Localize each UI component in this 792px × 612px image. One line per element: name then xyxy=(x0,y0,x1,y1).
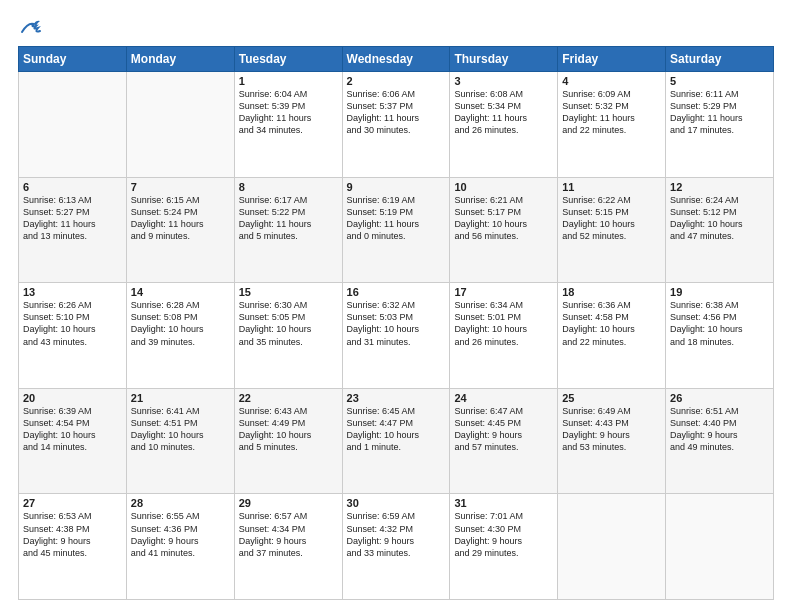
day-info: Sunrise: 6:57 AM Sunset: 4:34 PM Dayligh… xyxy=(239,510,338,559)
day-info: Sunrise: 6:32 AM Sunset: 5:03 PM Dayligh… xyxy=(347,299,446,348)
calendar-cell: 3Sunrise: 6:08 AM Sunset: 5:34 PM Daylig… xyxy=(450,72,558,178)
day-info: Sunrise: 6:49 AM Sunset: 4:43 PM Dayligh… xyxy=(562,405,661,454)
calendar-cell: 23Sunrise: 6:45 AM Sunset: 4:47 PM Dayli… xyxy=(342,388,450,494)
calendar-cell: 4Sunrise: 6:09 AM Sunset: 5:32 PM Daylig… xyxy=(558,72,666,178)
calendar-cell: 31Sunrise: 7:01 AM Sunset: 4:30 PM Dayli… xyxy=(450,494,558,600)
day-info: Sunrise: 6:04 AM Sunset: 5:39 PM Dayligh… xyxy=(239,88,338,137)
day-info: Sunrise: 6:51 AM Sunset: 4:40 PM Dayligh… xyxy=(670,405,769,454)
day-info: Sunrise: 6:59 AM Sunset: 4:32 PM Dayligh… xyxy=(347,510,446,559)
day-number: 8 xyxy=(239,181,338,193)
day-info: Sunrise: 6:15 AM Sunset: 5:24 PM Dayligh… xyxy=(131,194,230,243)
calendar-header-sunday: Sunday xyxy=(19,47,127,72)
day-info: Sunrise: 6:55 AM Sunset: 4:36 PM Dayligh… xyxy=(131,510,230,559)
day-number: 23 xyxy=(347,392,446,404)
calendar-table: SundayMondayTuesdayWednesdayThursdayFrid… xyxy=(18,46,774,600)
day-number: 18 xyxy=(562,286,661,298)
calendar-cell: 12Sunrise: 6:24 AM Sunset: 5:12 PM Dayli… xyxy=(666,177,774,283)
day-info: Sunrise: 6:26 AM Sunset: 5:10 PM Dayligh… xyxy=(23,299,122,348)
page: SundayMondayTuesdayWednesdayThursdayFrid… xyxy=(0,0,792,612)
calendar-cell: 29Sunrise: 6:57 AM Sunset: 4:34 PM Dayli… xyxy=(234,494,342,600)
day-number: 21 xyxy=(131,392,230,404)
calendar-cell xyxy=(19,72,127,178)
calendar-cell xyxy=(558,494,666,600)
day-number: 10 xyxy=(454,181,553,193)
day-number: 15 xyxy=(239,286,338,298)
day-number: 9 xyxy=(347,181,446,193)
day-number: 22 xyxy=(239,392,338,404)
day-number: 17 xyxy=(454,286,553,298)
day-number: 14 xyxy=(131,286,230,298)
day-number: 28 xyxy=(131,497,230,509)
day-info: Sunrise: 6:38 AM Sunset: 4:56 PM Dayligh… xyxy=(670,299,769,348)
day-number: 25 xyxy=(562,392,661,404)
calendar-cell: 8Sunrise: 6:17 AM Sunset: 5:22 PM Daylig… xyxy=(234,177,342,283)
day-info: Sunrise: 6:47 AM Sunset: 4:45 PM Dayligh… xyxy=(454,405,553,454)
day-info: Sunrise: 6:19 AM Sunset: 5:19 PM Dayligh… xyxy=(347,194,446,243)
calendar-cell: 22Sunrise: 6:43 AM Sunset: 4:49 PM Dayli… xyxy=(234,388,342,494)
day-number: 16 xyxy=(347,286,446,298)
logo xyxy=(18,18,42,36)
day-info: Sunrise: 6:41 AM Sunset: 4:51 PM Dayligh… xyxy=(131,405,230,454)
calendar-cell xyxy=(666,494,774,600)
day-info: Sunrise: 6:45 AM Sunset: 4:47 PM Dayligh… xyxy=(347,405,446,454)
day-number: 3 xyxy=(454,75,553,87)
calendar-header-thursday: Thursday xyxy=(450,47,558,72)
calendar-week-2: 6Sunrise: 6:13 AM Sunset: 5:27 PM Daylig… xyxy=(19,177,774,283)
day-number: 13 xyxy=(23,286,122,298)
calendar-cell: 28Sunrise: 6:55 AM Sunset: 4:36 PM Dayli… xyxy=(126,494,234,600)
calendar-cell: 11Sunrise: 6:22 AM Sunset: 5:15 PM Dayli… xyxy=(558,177,666,283)
day-info: Sunrise: 6:09 AM Sunset: 5:32 PM Dayligh… xyxy=(562,88,661,137)
day-number: 27 xyxy=(23,497,122,509)
day-info: Sunrise: 6:11 AM Sunset: 5:29 PM Dayligh… xyxy=(670,88,769,137)
day-info: Sunrise: 6:21 AM Sunset: 5:17 PM Dayligh… xyxy=(454,194,553,243)
calendar-header-monday: Monday xyxy=(126,47,234,72)
day-number: 1 xyxy=(239,75,338,87)
day-info: Sunrise: 6:53 AM Sunset: 4:38 PM Dayligh… xyxy=(23,510,122,559)
day-number: 11 xyxy=(562,181,661,193)
calendar-cell: 30Sunrise: 6:59 AM Sunset: 4:32 PM Dayli… xyxy=(342,494,450,600)
day-number: 2 xyxy=(347,75,446,87)
logo-bird-icon xyxy=(20,18,42,36)
calendar-cell: 20Sunrise: 6:39 AM Sunset: 4:54 PM Dayli… xyxy=(19,388,127,494)
day-number: 5 xyxy=(670,75,769,87)
day-info: Sunrise: 6:24 AM Sunset: 5:12 PM Dayligh… xyxy=(670,194,769,243)
calendar-cell: 18Sunrise: 6:36 AM Sunset: 4:58 PM Dayli… xyxy=(558,283,666,389)
calendar-week-4: 20Sunrise: 6:39 AM Sunset: 4:54 PM Dayli… xyxy=(19,388,774,494)
day-number: 30 xyxy=(347,497,446,509)
calendar-cell: 21Sunrise: 6:41 AM Sunset: 4:51 PM Dayli… xyxy=(126,388,234,494)
calendar-week-3: 13Sunrise: 6:26 AM Sunset: 5:10 PM Dayli… xyxy=(19,283,774,389)
calendar-header-row: SundayMondayTuesdayWednesdayThursdayFrid… xyxy=(19,47,774,72)
calendar-header-saturday: Saturday xyxy=(666,47,774,72)
day-info: Sunrise: 6:36 AM Sunset: 4:58 PM Dayligh… xyxy=(562,299,661,348)
calendar-header-friday: Friday xyxy=(558,47,666,72)
day-info: Sunrise: 6:34 AM Sunset: 5:01 PM Dayligh… xyxy=(454,299,553,348)
day-info: Sunrise: 6:13 AM Sunset: 5:27 PM Dayligh… xyxy=(23,194,122,243)
day-info: Sunrise: 6:06 AM Sunset: 5:37 PM Dayligh… xyxy=(347,88,446,137)
day-info: Sunrise: 6:39 AM Sunset: 4:54 PM Dayligh… xyxy=(23,405,122,454)
calendar-cell: 27Sunrise: 6:53 AM Sunset: 4:38 PM Dayli… xyxy=(19,494,127,600)
day-number: 19 xyxy=(670,286,769,298)
calendar-cell: 6Sunrise: 6:13 AM Sunset: 5:27 PM Daylig… xyxy=(19,177,127,283)
day-number: 6 xyxy=(23,181,122,193)
day-number: 12 xyxy=(670,181,769,193)
day-info: Sunrise: 6:28 AM Sunset: 5:08 PM Dayligh… xyxy=(131,299,230,348)
calendar-cell: 16Sunrise: 6:32 AM Sunset: 5:03 PM Dayli… xyxy=(342,283,450,389)
day-number: 7 xyxy=(131,181,230,193)
calendar-header-tuesday: Tuesday xyxy=(234,47,342,72)
calendar-cell: 26Sunrise: 6:51 AM Sunset: 4:40 PM Dayli… xyxy=(666,388,774,494)
day-info: Sunrise: 6:22 AM Sunset: 5:15 PM Dayligh… xyxy=(562,194,661,243)
day-info: Sunrise: 6:17 AM Sunset: 5:22 PM Dayligh… xyxy=(239,194,338,243)
calendar-cell: 17Sunrise: 6:34 AM Sunset: 5:01 PM Dayli… xyxy=(450,283,558,389)
calendar-header-wednesday: Wednesday xyxy=(342,47,450,72)
calendar-cell: 25Sunrise: 6:49 AM Sunset: 4:43 PM Dayli… xyxy=(558,388,666,494)
calendar-cell: 15Sunrise: 6:30 AM Sunset: 5:05 PM Dayli… xyxy=(234,283,342,389)
day-info: Sunrise: 6:08 AM Sunset: 5:34 PM Dayligh… xyxy=(454,88,553,137)
day-number: 31 xyxy=(454,497,553,509)
calendar-cell: 5Sunrise: 6:11 AM Sunset: 5:29 PM Daylig… xyxy=(666,72,774,178)
calendar-cell: 19Sunrise: 6:38 AM Sunset: 4:56 PM Dayli… xyxy=(666,283,774,389)
day-number: 24 xyxy=(454,392,553,404)
calendar-week-1: 1Sunrise: 6:04 AM Sunset: 5:39 PM Daylig… xyxy=(19,72,774,178)
calendar-cell: 1Sunrise: 6:04 AM Sunset: 5:39 PM Daylig… xyxy=(234,72,342,178)
header xyxy=(18,18,774,36)
calendar-cell xyxy=(126,72,234,178)
